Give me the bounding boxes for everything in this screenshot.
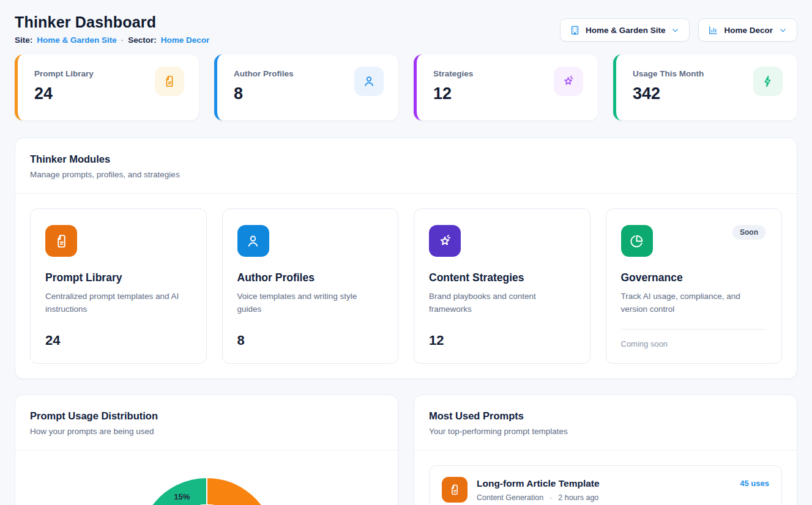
stat-label: Prompt Library	[34, 69, 94, 78]
stat-value: 24	[34, 84, 94, 103]
sparkle-star-icon	[438, 234, 453, 249]
module-card-prompt-library[interactable]: Prompt Library Centralized prompt templa…	[30, 208, 207, 364]
modules-subtitle: Manage prompts, profiles, and strategies	[30, 170, 782, 179]
most-used-prompts-card: Most Used Prompts Your top-performing pr…	[414, 394, 797, 505]
sector-label: Sector:	[128, 35, 157, 45]
soon-badge: Soon	[732, 225, 765, 240]
bottom-row: Prompt Usage Distribution How your promp…	[15, 394, 797, 505]
stat-text: Usage This Month 342	[633, 69, 704, 120]
prompt-list-item[interactable]: Long-form Article Template Content Gener…	[429, 465, 782, 505]
site-label: Site:	[15, 35, 32, 45]
modules-title: Thinker Modules	[30, 153, 782, 165]
module-card-governance: Soon Governance Track AI usage, complian…	[606, 208, 783, 364]
module-title: Content Strategies	[429, 271, 575, 284]
thinker-modules-panel: Thinker Modules Manage prompts, profiles…	[15, 138, 797, 379]
prompt-item-meta: Content Generation · 2 hours ago	[477, 493, 731, 502]
module-title: Author Profiles	[237, 271, 384, 284]
usage-distribution-card: Prompt Usage Distribution How your promp…	[15, 394, 398, 505]
page-header: Thinker Dashboard Site: Home & Garden Si…	[15, 0, 797, 45]
header-selectors: Home & Garden Site Home Decor	[560, 18, 797, 42]
donut-chart: 15%	[15, 451, 398, 505]
prompt-list: Long-form Article Template Content Gener…	[414, 451, 797, 505]
item-main: Long-form Article Template Content Gener…	[477, 478, 731, 502]
site-selector-label: Home & Garden Site	[586, 26, 666, 35]
module-icon-box	[621, 225, 653, 257]
file-text-icon	[163, 75, 176, 88]
file-text-icon	[54, 234, 69, 249]
modules-grid: Prompt Library Centralized prompt templa…	[15, 194, 797, 378]
module-title: Governance	[621, 271, 767, 284]
prompts-title: Most Used Prompts	[429, 410, 782, 422]
site-selector-button[interactable]: Home & Garden Site	[560, 18, 690, 42]
site-link[interactable]: Home & Garden Site	[37, 35, 117, 45]
stat-text: Strategies 12	[433, 69, 473, 120]
prompts-card-header: Most Used Prompts Your top-performing pr…	[414, 395, 797, 451]
building-icon	[570, 25, 580, 35]
stat-text: Author Profiles 8	[234, 69, 294, 120]
module-icon-box	[45, 225, 77, 257]
separator-dot: ·	[549, 493, 552, 502]
user-icon	[362, 75, 376, 88]
stat-label: Strategies	[433, 69, 473, 78]
module-count: 24	[45, 324, 192, 348]
stat-label: Usage This Month	[633, 69, 704, 78]
donut-segment-label: 15%	[174, 492, 190, 501]
usage-title: Prompt Usage Distribution	[30, 410, 383, 422]
stats-row: Prompt Library 24 Author Profiles 8 Stra…	[15, 54, 797, 120]
stat-card-author-profiles: Author Profiles 8	[214, 54, 398, 120]
module-description: Track AI usage, compliance, and version …	[621, 290, 767, 316]
donut-chart-svg: 15%	[135, 474, 278, 505]
stat-card-usage: Usage This Month 342	[613, 54, 797, 120]
stat-value: 8	[234, 84, 294, 103]
stat-card-prompt-library: Prompt Library 24	[15, 54, 199, 120]
separator-dot: ·	[121, 35, 124, 45]
prompt-category: Content Generation	[477, 493, 543, 502]
item-icon-box	[442, 477, 467, 503]
module-count: 12	[429, 324, 575, 348]
file-text-icon	[449, 484, 461, 496]
sector-selector-label: Home Decor	[724, 26, 773, 35]
module-description: Voice templates and writing style guides	[237, 290, 384, 316]
module-description: Centralized prompt templates and AI inst…	[45, 290, 192, 316]
module-icon-box	[237, 225, 269, 257]
sector-selector-button[interactable]: Home Decor	[698, 18, 797, 42]
chevron-down-icon	[778, 26, 788, 35]
module-card-content-strategies[interactable]: Content Strategies Brand playbooks and c…	[414, 208, 590, 364]
prompt-time: 2 hours ago	[558, 493, 598, 502]
prompt-item-title: Long-form Article Template	[477, 478, 731, 489]
usage-subtitle: How your prompts are being used	[30, 427, 383, 436]
sector-link[interactable]: Home Decor	[161, 35, 210, 45]
dashboard-page: Thinker Dashboard Site: Home & Garden Si…	[0, 0, 812, 505]
stat-value: 342	[633, 84, 704, 103]
stat-icon-box	[753, 67, 783, 96]
bar-chart-icon	[708, 25, 718, 35]
stat-label: Author Profiles	[234, 69, 294, 78]
stat-card-strategies: Strategies 12	[414, 54, 598, 120]
prompt-uses-badge: 45 uses	[740, 479, 769, 488]
stat-icon-box	[354, 67, 384, 96]
stat-icon-box	[155, 67, 184, 96]
chevron-down-icon	[671, 26, 680, 35]
module-title: Prompt Library	[45, 271, 192, 284]
module-count: 8	[237, 324, 384, 348]
header-left: Thinker Dashboard Site: Home & Garden Si…	[15, 13, 209, 45]
module-card-author-profiles[interactable]: Author Profiles Voice templates and writ…	[222, 208, 399, 364]
page-title: Thinker Dashboard	[15, 13, 209, 31]
pie-chart-icon	[629, 234, 644, 249]
module-icon-box	[429, 225, 461, 257]
zap-icon	[761, 75, 775, 88]
user-icon	[245, 234, 261, 249]
prompts-subtitle: Your top-performing prompt templates	[429, 427, 782, 436]
sparkle-star-icon	[562, 75, 575, 88]
stat-text: Prompt Library 24	[34, 69, 94, 120]
stat-icon-box	[554, 67, 583, 96]
coming-soon-text: Coming soon	[621, 330, 767, 348]
module-description: Brand playbooks and content frameworks	[429, 290, 575, 316]
donut-segment-orange	[207, 477, 275, 505]
usage-card-header: Prompt Usage Distribution How your promp…	[15, 395, 398, 451]
stat-value: 12	[433, 84, 473, 103]
breadcrumb: Site: Home & Garden Site · Sector: Home …	[15, 35, 209, 45]
modules-panel-header: Thinker Modules Manage prompts, profiles…	[15, 138, 797, 194]
